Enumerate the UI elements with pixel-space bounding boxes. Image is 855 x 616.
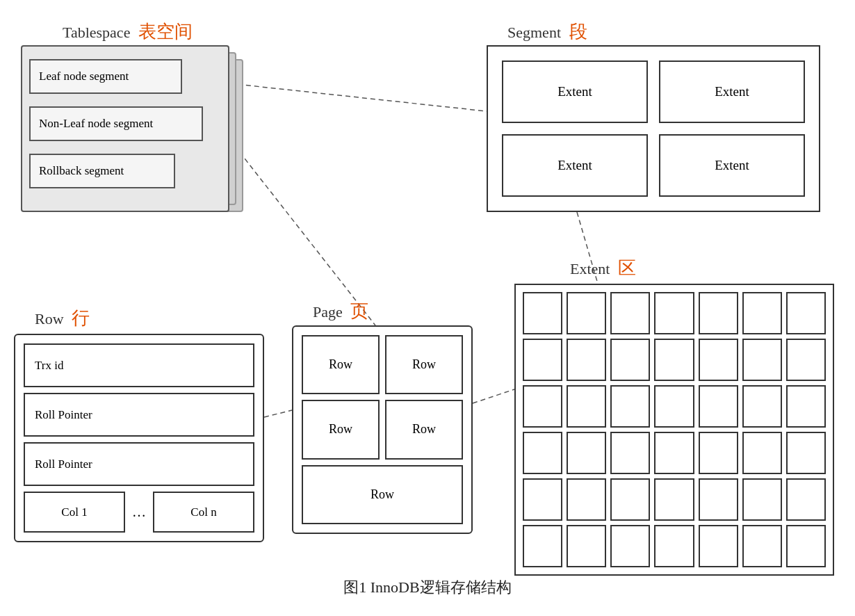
extent-small-cell <box>786 339 826 381</box>
extent-small-cell <box>654 385 694 428</box>
svg-line-0 <box>229 83 487 111</box>
row-zh: 行 <box>72 308 90 328</box>
extent-small-cell <box>610 432 650 474</box>
row-box: Trx id Roll Pointer Roll Pointer Col 1 …… <box>14 334 264 542</box>
row-label: Row 行 <box>35 306 90 330</box>
page-row-cell-2: Row <box>385 335 463 394</box>
extent-label: Extent 区 <box>570 256 636 280</box>
extent-small-cell <box>567 478 606 521</box>
row-field-roll1: Roll Pointer <box>24 393 254 437</box>
segment-text: Segment <box>507 24 561 41</box>
extent-small-cell <box>699 478 738 521</box>
extent-small-cell <box>567 339 606 381</box>
extent-small-cell <box>786 385 826 428</box>
extent-small-cell <box>567 292 606 334</box>
extent-cell-1: Extent <box>502 60 648 123</box>
page-row-cell-1: Row <box>302 335 380 394</box>
extent-small-cell <box>654 478 694 521</box>
svg-line-2 <box>473 389 514 403</box>
extent-small-cell <box>610 385 650 428</box>
stack-layer-front: Leaf node segment Non-Leaf node segment … <box>21 45 229 212</box>
segment-zh: 段 <box>569 22 587 42</box>
svg-line-3 <box>264 410 292 417</box>
page-text: Page <box>313 303 343 321</box>
page-box: Row Row Row Row Row <box>292 325 473 534</box>
page-zh: 页 <box>350 301 368 321</box>
extent-small-cell <box>699 339 738 381</box>
extent-small-cell <box>610 292 650 334</box>
col-n-box: Col n <box>153 492 254 533</box>
extent-small-cell <box>567 432 606 474</box>
tablespace-stack: Leaf node segment Non-Leaf node segment … <box>21 45 257 233</box>
extent-small-cell <box>567 385 606 428</box>
page-row-cell-5: Row <box>302 465 463 524</box>
extent-small-cell <box>699 385 738 428</box>
tablespace-text: Tablespace <box>63 24 130 41</box>
extent-small-cell <box>523 339 562 381</box>
extent-small-cell <box>742 339 782 381</box>
diagram-container: Tablespace 表空间 Leaf node segment Non-Lea… <box>0 0 855 616</box>
extent-small-cell <box>786 478 826 521</box>
tablespace-zh: 表空间 <box>138 22 193 42</box>
extent-small-cell <box>523 292 562 334</box>
row-cols: Col 1 … Col n <box>24 492 254 533</box>
extent-small-cell <box>699 525 738 567</box>
row-field-roll2: Roll Pointer <box>24 442 254 486</box>
leaf-node-segment: Leaf node segment <box>29 59 182 94</box>
non-leaf-node-segment: Non-Leaf node segment <box>29 106 203 141</box>
page-row-cell-3: Row <box>302 400 380 459</box>
extent-small-cell <box>523 432 562 474</box>
extent-zh: 区 <box>618 258 636 278</box>
rollback-segment: Rollback segment <box>29 154 175 188</box>
extent-small-cell <box>742 525 782 567</box>
page-label: Page 页 <box>313 299 368 323</box>
col-1-box: Col 1 <box>24 492 125 533</box>
extent-small-cell <box>742 432 782 474</box>
extent-small-cell <box>786 432 826 474</box>
extent-small-cell <box>699 432 738 474</box>
extent-small-cell <box>786 525 826 567</box>
extent-small-cell <box>786 292 826 334</box>
extent-small-cell <box>654 525 694 567</box>
extent-small-cell <box>567 525 606 567</box>
segment-box: Extent Extent Extent Extent <box>487 45 820 212</box>
row-text: Row <box>35 310 64 327</box>
extent-small-cell <box>523 525 562 567</box>
extent-small-cell <box>699 292 738 334</box>
extent-cell-3: Extent <box>502 134 648 197</box>
page-row-2: Row Row <box>302 400 463 459</box>
caption-text: InnoDB逻辑存储结构 <box>370 578 512 596</box>
tablespace-label: Tablespace 表空间 <box>63 19 193 44</box>
extent-small-cell <box>742 385 782 428</box>
segment-label: Segment 段 <box>507 19 587 44</box>
extent-small-cell <box>610 339 650 381</box>
extent-small-cell <box>610 525 650 567</box>
extent-small-cell <box>654 432 694 474</box>
extent-small-cell <box>742 478 782 521</box>
extent-small-cell <box>523 478 562 521</box>
caption: 图1 InnoDB逻辑存储结构 <box>0 577 855 598</box>
extent-text: Extent <box>570 260 610 277</box>
extent-grid <box>514 284 834 576</box>
caption-prefix: 图1 <box>343 578 366 596</box>
extent-small-cell <box>610 478 650 521</box>
extent-cell-4: Extent <box>659 134 805 197</box>
extent-small-cell <box>523 385 562 428</box>
extent-small-cell <box>742 292 782 334</box>
extent-small-cell <box>654 339 694 381</box>
row-field-trx: Trx id <box>24 343 254 387</box>
extent-small-cell <box>654 292 694 334</box>
page-row-1: Row Row <box>302 335 463 394</box>
page-row-cell-4: Row <box>385 400 463 459</box>
page-row-3: Row <box>302 465 463 524</box>
extent-cell-2: Extent <box>659 60 805 123</box>
ellipsis: … <box>132 504 146 520</box>
